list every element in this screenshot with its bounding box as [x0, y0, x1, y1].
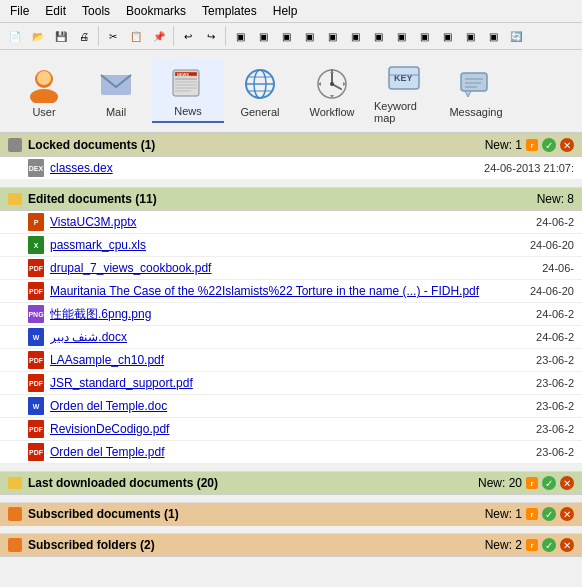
subscribed-folders-header: Subscribed folders (2) New: 2 r ✓ ✕: [0, 534, 582, 557]
navicon-general[interactable]: General: [224, 60, 296, 122]
tb-b2[interactable]: ▣: [252, 25, 274, 47]
lock-icon: [8, 138, 22, 152]
doc-date: 24-06-2: [536, 308, 574, 320]
edited-docs-header: Edited documents (11) New: 8: [0, 188, 582, 211]
file-type-icon: PNG: [28, 305, 44, 323]
tb-print[interactable]: 🖨: [73, 25, 95, 47]
menu-bookmarks[interactable]: Bookmarks: [120, 2, 192, 20]
doc-date: 23-06-2: [536, 446, 574, 458]
doc-name[interactable]: LAAsample_ch10.pdf: [50, 353, 530, 367]
navicon-keyword-map-label: Keyword map: [374, 100, 434, 124]
tb-b5[interactable]: ▣: [321, 25, 343, 47]
rss-icon[interactable]: r: [526, 539, 538, 551]
tb-sep3: [225, 26, 226, 46]
navicon-keyword-map[interactable]: KEY Keyword map: [368, 54, 440, 128]
file-type-icon: W: [28, 328, 44, 346]
tb-open[interactable]: 📂: [27, 25, 49, 47]
table-row: PDF Mauritania The Case of the %22Islami…: [0, 280, 582, 303]
tb-b3[interactable]: ▣: [275, 25, 297, 47]
tb-b10[interactable]: ▣: [436, 25, 458, 47]
tb-b8[interactable]: ▣: [390, 25, 412, 47]
doc-name[interactable]: 性能截图.6png.png: [50, 306, 530, 323]
navicon-news[interactable]: NEWS News: [152, 59, 224, 123]
rss-icon[interactable]: r: [526, 508, 538, 520]
navicon-messaging[interactable]: Messaging: [440, 60, 512, 122]
menu-file[interactable]: File: [4, 2, 35, 20]
tb-b1[interactable]: ▣: [229, 25, 251, 47]
tb-copy[interactable]: 📋: [125, 25, 147, 47]
subscribed-folders-new-label: New: 2: [485, 538, 522, 552]
news-icon: NEWS: [168, 63, 208, 103]
doc-date: 24-06-: [542, 262, 574, 274]
navicon-workflow-label: Workflow: [309, 106, 354, 118]
tb-b6[interactable]: ▣: [344, 25, 366, 47]
file-type-icon: PDF: [28, 259, 44, 277]
subscribed-icon: [8, 507, 22, 521]
content-area: Locked documents (1) New: 1 r ✓ ✕ DEX cl…: [0, 134, 582, 557]
navicon-news-label: News: [174, 105, 202, 117]
workflow-icon: [312, 64, 352, 104]
section-spacer: [0, 180, 582, 188]
table-row: PDF Orden del Temple.pdf 23-06-2: [0, 441, 582, 464]
doc-name[interactable]: RevisionDeCodigo.pdf: [50, 422, 530, 436]
svg-point-2: [37, 71, 51, 85]
menu-templates[interactable]: Templates: [196, 2, 263, 20]
tb-b7[interactable]: ▣: [367, 25, 389, 47]
check-icon[interactable]: ✓: [542, 507, 556, 521]
folder-icon: [8, 477, 22, 489]
table-row: PDF JSR_standard_support.pdf 23-06-2: [0, 372, 582, 395]
menubar: File Edit Tools Bookmarks Templates Help: [0, 0, 582, 23]
x-icon[interactable]: ✕: [560, 476, 574, 490]
rss-icon[interactable]: r: [526, 477, 538, 489]
file-type-icon: X: [28, 236, 44, 254]
tb-b9[interactable]: ▣: [413, 25, 435, 47]
locked-docs-title-text: Locked documents (1): [28, 138, 155, 152]
downloaded-docs-new-label: New: 20: [478, 476, 522, 490]
doc-name[interactable]: شنف دبیر.docx: [50, 330, 530, 344]
check-icon[interactable]: ✓: [542, 138, 556, 152]
doc-name[interactable]: Mauritania The Case of the %22Islamists%…: [50, 284, 524, 298]
menu-help[interactable]: Help: [267, 2, 304, 20]
edited-docs-title: Edited documents (11): [8, 192, 157, 206]
section-spacer: [0, 526, 582, 534]
tb-new[interactable]: 📄: [4, 25, 26, 47]
table-row: W شنف دبیر.docx 24-06-2: [0, 326, 582, 349]
x-icon[interactable]: ✕: [560, 507, 574, 521]
menu-edit[interactable]: Edit: [39, 2, 72, 20]
doc-name[interactable]: Orden del Temple.doc: [50, 399, 530, 413]
navicon-mail-label: Mail: [106, 106, 126, 118]
downloaded-docs-title: Last downloaded documents (20): [8, 476, 218, 490]
edited-docs-title-text: Edited documents (11): [28, 192, 157, 206]
file-type-icon: DEX: [28, 159, 44, 177]
subscribed-docs-title: Subscribed documents (1): [8, 507, 179, 521]
locked-docs-right: New: 1 r ✓ ✕: [485, 138, 574, 152]
doc-name[interactable]: classes.dex: [50, 161, 478, 175]
navicon-workflow[interactable]: Workflow: [296, 60, 368, 122]
doc-name[interactable]: VistaUC3M.pptx: [50, 215, 530, 229]
downloaded-docs-title-text: Last downloaded documents (20): [28, 476, 218, 490]
file-type-icon: PDF: [28, 443, 44, 461]
x-icon[interactable]: ✕: [560, 138, 574, 152]
tb-refresh[interactable]: 🔄: [505, 25, 527, 47]
check-icon[interactable]: ✓: [542, 476, 556, 490]
navicon-mail[interactable]: Mail: [80, 60, 152, 122]
doc-date: 23-06-2: [536, 377, 574, 389]
doc-name[interactable]: passmark_cpu.xls: [50, 238, 524, 252]
tb-redo[interactable]: ↪: [200, 25, 222, 47]
doc-name[interactable]: Orden del Temple.pdf: [50, 445, 530, 459]
doc-name[interactable]: JSR_standard_support.pdf: [50, 376, 530, 390]
tb-save[interactable]: 💾: [50, 25, 72, 47]
tb-undo[interactable]: ↩: [177, 25, 199, 47]
tb-paste[interactable]: 📌: [148, 25, 170, 47]
navicon-user[interactable]: User: [8, 60, 80, 122]
tb-b11[interactable]: ▣: [459, 25, 481, 47]
menu-tools[interactable]: Tools: [76, 2, 116, 20]
check-icon[interactable]: ✓: [542, 538, 556, 552]
tb-cut[interactable]: ✂: [102, 25, 124, 47]
x-icon[interactable]: ✕: [560, 538, 574, 552]
doc-name[interactable]: drupal_7_views_cookbook.pdf: [50, 261, 536, 275]
tb-b12[interactable]: ▣: [482, 25, 504, 47]
rss-icon[interactable]: r: [526, 139, 538, 151]
locked-docs-header: Locked documents (1) New: 1 r ✓ ✕: [0, 134, 582, 157]
tb-b4[interactable]: ▣: [298, 25, 320, 47]
